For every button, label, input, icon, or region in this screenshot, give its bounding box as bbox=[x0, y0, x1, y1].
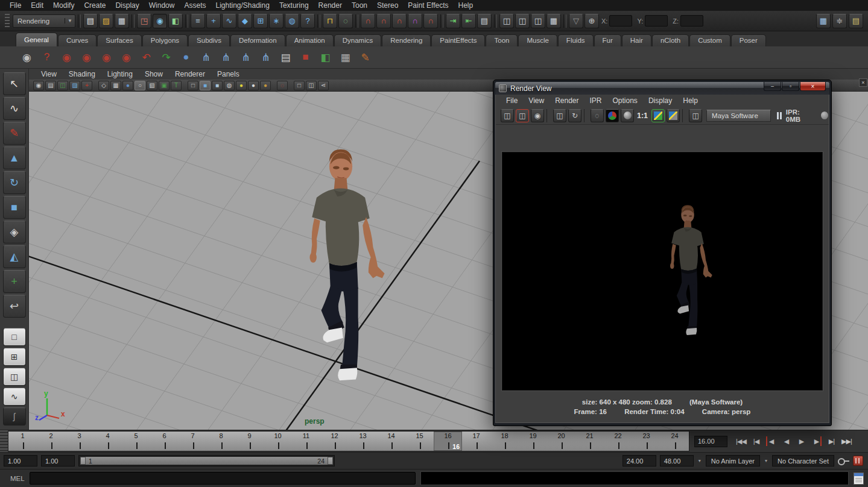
zoom-camera-icon[interactable]: ◉ bbox=[118, 49, 135, 66]
render-view-menu-ipr[interactable]: IPR bbox=[584, 96, 607, 105]
snap-to-planes-icon[interactable]: ◆ bbox=[238, 14, 252, 28]
render-view-menu-render[interactable]: Render bbox=[550, 96, 584, 105]
construction-history-icon[interactable]: ▤ bbox=[477, 14, 492, 28]
menu-set-selector[interactable]: Rendering ▼ bbox=[13, 14, 75, 28]
renderer-selector[interactable]: Maya Software bbox=[706, 110, 771, 122]
delete-unused-icon[interactable]: ● bbox=[177, 49, 195, 66]
rgb-channels-icon[interactable] bbox=[606, 109, 619, 122]
bookmarks-icon[interactable]: ◫ bbox=[57, 81, 68, 90]
timeline-frame-16[interactable]: 1616 bbox=[434, 432, 462, 451]
timeline-frame-11[interactable]: 11 bbox=[292, 432, 320, 451]
ipr-render-icon[interactable]: ◫ bbox=[553, 109, 566, 122]
shelf-tab-animation[interactable]: Animation bbox=[286, 34, 334, 46]
snap-to-grid-icon[interactable]: + bbox=[206, 14, 221, 28]
select-tool[interactable]: ↖ bbox=[3, 72, 26, 95]
shelf-tab-hair[interactable]: Hair bbox=[622, 34, 651, 46]
range-slider[interactable]: 1 24 bbox=[78, 455, 335, 467]
lights-all-icon[interactable]: ● bbox=[236, 81, 247, 90]
close-button[interactable]: × bbox=[800, 82, 826, 91]
shelf-tab-fluids[interactable]: Fluids bbox=[558, 34, 594, 46]
help-mode-icon[interactable]: ? bbox=[300, 14, 315, 28]
script-editor-icon[interactable] bbox=[854, 473, 864, 485]
resolution-gate-icon[interactable]: ● bbox=[122, 81, 133, 90]
magnet-center-icon[interactable]: ∩ bbox=[423, 14, 438, 28]
viewport-menu-shading[interactable]: Shading bbox=[63, 70, 101, 78]
paint-selection-tool[interactable]: ✎ bbox=[3, 122, 26, 145]
range-end-handle[interactable] bbox=[328, 457, 333, 465]
chevron-down-icon[interactable]: ▼ bbox=[65, 18, 75, 24]
render-settings-icon[interactable]: ▦ bbox=[546, 14, 561, 28]
timeline-frame-18[interactable]: 18 bbox=[490, 432, 519, 451]
menu-paint-effects[interactable]: Paint Effects bbox=[403, 0, 453, 11]
duplicate-input-graph-icon[interactable]: ▦ bbox=[337, 49, 354, 66]
shelf-tab-painteffects[interactable]: PaintEffects bbox=[431, 34, 485, 46]
divider[interactable] bbox=[93, 81, 97, 90]
render-view-titlebar[interactable]: Render View –▫× bbox=[495, 82, 829, 95]
timeline-frame-5[interactable]: 5 bbox=[122, 432, 150, 451]
range-bar[interactable] bbox=[80, 457, 333, 465]
parent-icon[interactable]: ⋔ bbox=[197, 49, 215, 66]
rendered-image[interactable] bbox=[502, 152, 823, 391]
menu-toon[interactable]: Toon bbox=[347, 0, 372, 11]
shelf-tab-muscle[interactable]: Muscle bbox=[518, 34, 557, 46]
snap-to-view-plane-icon[interactable]: ◍ bbox=[285, 14, 299, 28]
highlight-selection-icon[interactable]: ◌ bbox=[338, 14, 353, 28]
minimize-button[interactable]: – bbox=[764, 82, 781, 91]
four-pane-layout[interactable]: ⊞ bbox=[3, 348, 26, 366]
menu-assets[interactable]: Assets bbox=[179, 0, 211, 11]
divider[interactable] bbox=[183, 81, 186, 90]
timeline-frame-15[interactable]: 15 bbox=[405, 432, 434, 451]
menu-edit[interactable]: Edit bbox=[26, 0, 48, 11]
playback-start-field[interactable]: 1.00 bbox=[41, 455, 75, 467]
move-tool[interactable]: ▲ bbox=[3, 146, 26, 169]
shelf-tab-surfaces[interactable]: Surfaces bbox=[97, 34, 141, 46]
pause-ipr-button[interactable] bbox=[777, 112, 782, 119]
timeline-frame-12[interactable]: 12 bbox=[320, 432, 349, 451]
tool-settings-icon[interactable]: ≑ bbox=[832, 14, 847, 28]
smooth-shade-icon[interactable]: ■ bbox=[200, 81, 211, 90]
hypershade-persp-layout[interactable]: ʃ bbox=[3, 407, 26, 426]
grid-icon[interactable]: ◇ bbox=[98, 81, 109, 90]
universal-manipulator-tool[interactable]: ◈ bbox=[3, 221, 26, 244]
graph-editor-persp-layout[interactable]: ∿ bbox=[3, 388, 26, 406]
snap-to-curves-icon[interactable]: ∿ bbox=[222, 14, 236, 28]
isolate-select-icon[interactable]: □ bbox=[294, 81, 305, 90]
timeline-frame-19[interactable]: 19 bbox=[519, 432, 547, 451]
timeline-grip[interactable] bbox=[0, 430, 8, 452]
shelf-tab-curves[interactable]: Curves bbox=[58, 34, 97, 46]
menu-lighting-shading[interactable]: Lighting/Shading bbox=[211, 0, 274, 11]
menu-stereo[interactable]: Stereo bbox=[372, 0, 403, 11]
shelf-tab-fur[interactable]: Fur bbox=[594, 34, 621, 46]
timeline-frame-3[interactable]: 3 bbox=[65, 432, 93, 451]
undo-icon[interactable]: ↶ bbox=[138, 49, 155, 66]
open-scene-icon[interactable]: ▨ bbox=[99, 14, 113, 28]
highlight-selection-mode-icon[interactable]: ◌ bbox=[277, 81, 288, 90]
play-backwards-button[interactable]: ◀ bbox=[779, 435, 794, 448]
toolbar-grip[interactable] bbox=[5, 14, 10, 28]
textured-icon[interactable]: ■ bbox=[212, 81, 223, 90]
select-camera-icon[interactable]: ◉ bbox=[33, 81, 44, 90]
divider[interactable] bbox=[546, 109, 551, 122]
shelf-tab-polygons[interactable]: Polygons bbox=[142, 34, 188, 46]
character-set-dropdown-icon[interactable]: ▾ bbox=[764, 458, 768, 463]
ipr-render-icon[interactable]: ◫ bbox=[531, 14, 545, 28]
render-settings-icon[interactable]: ◫ bbox=[689, 109, 702, 122]
lock-selection-icon[interactable]: ⊓ bbox=[323, 14, 337, 28]
menu-modify[interactable]: Modify bbox=[48, 0, 79, 11]
magnet-plane-icon[interactable]: ∩ bbox=[408, 14, 422, 28]
timeline-frame-14[interactable]: 14 bbox=[377, 432, 405, 451]
magnet-curve-icon[interactable]: ∩ bbox=[376, 14, 391, 28]
play-forwards-button[interactable]: ▶ bbox=[794, 435, 809, 448]
unparent-icon[interactable]: ⋔ bbox=[217, 49, 235, 66]
magnet-point-icon[interactable]: ∩ bbox=[392, 14, 407, 28]
wireframe-icon[interactable]: □ bbox=[188, 81, 198, 90]
divider[interactable] bbox=[584, 109, 588, 122]
lights-none-icon[interactable]: ● bbox=[260, 81, 271, 90]
track-camera-icon[interactable]: ◉ bbox=[78, 49, 95, 66]
render-view-menu-display[interactable]: Display bbox=[643, 96, 677, 105]
menu-create[interactable]: Create bbox=[79, 0, 110, 11]
select-component-icon[interactable]: ◧ bbox=[168, 14, 183, 28]
auto-keyframe-toggle[interactable] bbox=[853, 456, 863, 466]
character-set-selector[interactable]: No Character Set bbox=[772, 455, 834, 467]
alpha-channel-icon[interactable] bbox=[621, 109, 634, 122]
